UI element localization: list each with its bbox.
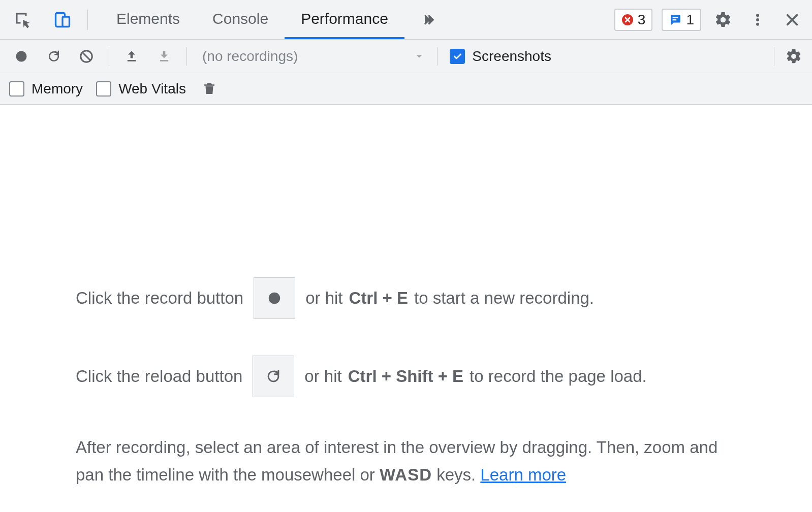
help-text: or hit bbox=[304, 362, 341, 391]
help-line-record: Click the record button or hit Ctrl + E … bbox=[76, 277, 736, 319]
garbage-collect-icon[interactable] bbox=[199, 79, 220, 99]
inspect-element-icon[interactable] bbox=[10, 7, 36, 33]
inspect-tools bbox=[10, 7, 75, 33]
help-line-reload: Click the reload button or hit Ctrl + Sh… bbox=[76, 356, 736, 397]
separator bbox=[186, 47, 187, 66]
svg-point-8 bbox=[16, 51, 27, 61]
memory-checkbox[interactable]: Memory bbox=[9, 81, 83, 97]
devtools-tabstrip: Elements Console Performance 3 1 bbox=[0, 0, 812, 40]
help-text: to start a new recording. bbox=[414, 284, 594, 312]
tab-elements[interactable]: Elements bbox=[100, 0, 196, 39]
wasd-keys: WASD bbox=[380, 465, 432, 484]
reload-button[interactable] bbox=[44, 46, 64, 67]
svg-rect-1 bbox=[63, 17, 70, 27]
help-text: Click the record button bbox=[76, 284, 243, 312]
separator bbox=[774, 47, 774, 66]
record-button-inline[interactable] bbox=[254, 277, 295, 319]
separator bbox=[437, 47, 438, 66]
web-vitals-label: Web Vitals bbox=[118, 81, 186, 97]
help-text: Click the reload button bbox=[76, 362, 242, 391]
screenshots-label: Screenshots bbox=[472, 48, 551, 65]
memory-label: Memory bbox=[32, 81, 83, 97]
svg-rect-10 bbox=[128, 60, 136, 61]
clear-button[interactable] bbox=[76, 46, 97, 67]
issues-counter[interactable]: 1 bbox=[662, 9, 701, 31]
screenshots-checkbox[interactable]: Screenshots bbox=[450, 48, 551, 65]
reload-button-inline[interactable] bbox=[253, 356, 294, 397]
more-tabs-button[interactable] bbox=[404, 12, 445, 27]
svg-point-6 bbox=[756, 18, 759, 21]
help-block-zoom: After recording, select an area of inter… bbox=[76, 434, 736, 489]
tab-console[interactable]: Console bbox=[196, 0, 285, 39]
svg-point-5 bbox=[756, 14, 759, 17]
tab-performance[interactable]: Performance bbox=[285, 0, 404, 39]
panel-tabs: Elements Console Performance bbox=[100, 0, 404, 39]
close-icon[interactable] bbox=[779, 7, 805, 33]
web-vitals-checkbox[interactable]: Web Vitals bbox=[96, 81, 186, 97]
performance-toolbar-row2: Memory Web Vitals bbox=[0, 73, 812, 105]
svg-point-7 bbox=[756, 22, 759, 25]
separator bbox=[87, 10, 88, 30]
capture-settings-icon[interactable] bbox=[784, 46, 804, 67]
help-text: keys. bbox=[432, 465, 480, 484]
performance-toolbar: (no recordings) Screenshots bbox=[0, 40, 812, 73]
error-counter[interactable]: 3 bbox=[614, 9, 653, 31]
svg-point-12 bbox=[269, 293, 280, 304]
svg-rect-11 bbox=[160, 60, 168, 61]
help-text: to record the page load. bbox=[470, 362, 647, 391]
learn-more-link[interactable]: Learn more bbox=[480, 465, 566, 484]
separator bbox=[109, 47, 109, 66]
record-button[interactable] bbox=[11, 46, 32, 67]
recordings-dropdown-label: (no recordings) bbox=[202, 48, 298, 65]
svg-rect-4 bbox=[673, 19, 677, 20]
help-text: or hit bbox=[305, 284, 342, 312]
error-count: 3 bbox=[638, 12, 646, 28]
chevron-down-icon bbox=[414, 51, 425, 62]
save-profile-button[interactable] bbox=[154, 46, 174, 67]
shortcut-key: Ctrl + E bbox=[349, 284, 408, 312]
settings-icon[interactable] bbox=[710, 7, 736, 33]
shortcut-key: Ctrl + Shift + E bbox=[348, 362, 463, 391]
recordings-dropdown[interactable]: (no recordings) bbox=[202, 48, 425, 65]
issues-count: 1 bbox=[686, 12, 694, 28]
performance-landing: Click the record button or hit Ctrl + E … bbox=[0, 105, 812, 489]
load-profile-button[interactable] bbox=[121, 46, 142, 67]
kebab-menu-icon[interactable] bbox=[745, 7, 770, 33]
top-right-controls: 3 1 bbox=[614, 7, 805, 33]
device-toolbar-icon[interactable] bbox=[50, 7, 75, 33]
svg-rect-3 bbox=[673, 17, 678, 18]
